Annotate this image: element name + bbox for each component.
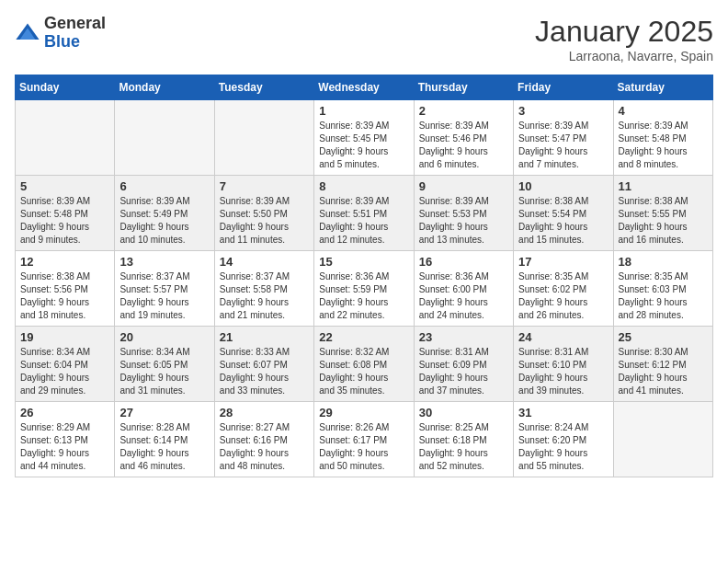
day-info: Sunrise: 8:27 AM Sunset: 6:16 PM Dayligh… xyxy=(220,421,309,473)
day-info: Sunrise: 8:33 AM Sunset: 6:07 PM Dayligh… xyxy=(220,346,309,397)
calendar-cell xyxy=(16,100,115,176)
calendar-cell: 1Sunrise: 8:39 AM Sunset: 5:45 PM Daylig… xyxy=(314,100,414,176)
logo: General Blue xyxy=(15,15,106,52)
day-info: Sunrise: 8:25 AM Sunset: 6:18 PM Dayligh… xyxy=(419,421,508,473)
day-number: 22 xyxy=(319,330,408,344)
calendar-cell: 29Sunrise: 8:26 AM Sunset: 6:17 PM Dayli… xyxy=(314,402,414,477)
calendar-cell: 13Sunrise: 8:37 AM Sunset: 5:57 PM Dayli… xyxy=(115,251,214,327)
day-info: Sunrise: 8:39 AM Sunset: 5:50 PM Dayligh… xyxy=(220,195,309,247)
day-number: 9 xyxy=(419,179,508,193)
day-number: 24 xyxy=(518,330,608,344)
day-number: 6 xyxy=(119,179,209,193)
calendar-cell: 24Sunrise: 8:31 AM Sunset: 6:10 PM Dayli… xyxy=(514,327,613,402)
day-info: Sunrise: 8:38 AM Sunset: 5:56 PM Dayligh… xyxy=(20,270,109,322)
calendar-cell: 19Sunrise: 8:34 AM Sunset: 6:04 PM Dayli… xyxy=(16,327,115,402)
day-info: Sunrise: 8:35 AM Sunset: 6:03 PM Dayligh… xyxy=(619,270,708,322)
calendar-cell: 31Sunrise: 8:24 AM Sunset: 6:20 PM Dayli… xyxy=(514,402,613,477)
calendar-cell xyxy=(613,402,712,477)
day-info: Sunrise: 8:39 AM Sunset: 5:53 PM Dayligh… xyxy=(419,195,508,247)
title-block: January 2025 Larraona, Navarre, Spain xyxy=(535,15,713,63)
calendar-cell: 8Sunrise: 8:39 AM Sunset: 5:51 PM Daylig… xyxy=(314,176,414,251)
day-info: Sunrise: 8:37 AM Sunset: 5:57 PM Dayligh… xyxy=(119,270,209,322)
day-info: Sunrise: 8:30 AM Sunset: 6:12 PM Dayligh… xyxy=(619,346,708,397)
calendar-cell xyxy=(115,100,214,176)
calendar-cell: 3Sunrise: 8:39 AM Sunset: 5:47 PM Daylig… xyxy=(514,100,613,176)
calendar-cell: 27Sunrise: 8:28 AM Sunset: 6:14 PM Dayli… xyxy=(115,402,214,477)
calendar-cell: 16Sunrise: 8:36 AM Sunset: 6:00 PM Dayli… xyxy=(414,251,513,327)
day-number: 15 xyxy=(319,255,408,269)
day-info: Sunrise: 8:29 AM Sunset: 6:13 PM Dayligh… xyxy=(20,421,109,473)
calendar-week-row: 19Sunrise: 8:34 AM Sunset: 6:04 PM Dayli… xyxy=(16,327,713,402)
day-info: Sunrise: 8:39 AM Sunset: 5:49 PM Dayligh… xyxy=(119,195,209,247)
day-info: Sunrise: 8:39 AM Sunset: 5:48 PM Dayligh… xyxy=(619,120,708,171)
calendar-cell: 25Sunrise: 8:30 AM Sunset: 6:12 PM Dayli… xyxy=(613,327,712,402)
day-info: Sunrise: 8:36 AM Sunset: 6:00 PM Dayligh… xyxy=(419,270,508,322)
day-number: 13 xyxy=(119,255,209,269)
location: Larraona, Navarre, Spain xyxy=(535,49,713,63)
weekday-header-thursday: Thursday xyxy=(414,75,513,100)
day-number: 25 xyxy=(619,330,708,344)
day-number: 20 xyxy=(119,330,209,344)
calendar-cell: 18Sunrise: 8:35 AM Sunset: 6:03 PM Dayli… xyxy=(613,251,712,327)
day-info: Sunrise: 8:39 AM Sunset: 5:48 PM Dayligh… xyxy=(20,195,109,247)
weekday-header-wednesday: Wednesday xyxy=(314,75,414,100)
day-number: 8 xyxy=(319,179,408,193)
weekday-header-friday: Friday xyxy=(514,75,613,100)
day-info: Sunrise: 8:39 AM Sunset: 5:45 PM Dayligh… xyxy=(319,120,408,171)
calendar-cell: 15Sunrise: 8:36 AM Sunset: 5:59 PM Dayli… xyxy=(314,251,414,327)
calendar-week-row: 26Sunrise: 8:29 AM Sunset: 6:13 PM Dayli… xyxy=(16,402,713,477)
calendar-week-row: 5Sunrise: 8:39 AM Sunset: 5:48 PM Daylig… xyxy=(16,176,713,251)
calendar-cell: 5Sunrise: 8:39 AM Sunset: 5:48 PM Daylig… xyxy=(16,176,115,251)
day-number: 14 xyxy=(220,255,309,269)
calendar-cell: 10Sunrise: 8:38 AM Sunset: 5:54 PM Dayli… xyxy=(514,176,613,251)
day-info: Sunrise: 8:31 AM Sunset: 6:09 PM Dayligh… xyxy=(419,346,508,397)
day-info: Sunrise: 8:31 AM Sunset: 6:10 PM Dayligh… xyxy=(518,346,608,397)
weekday-header-row: SundayMondayTuesdayWednesdayThursdayFrid… xyxy=(16,75,713,100)
weekday-header-saturday: Saturday xyxy=(613,75,712,100)
day-number: 21 xyxy=(220,330,309,344)
day-info: Sunrise: 8:35 AM Sunset: 6:02 PM Dayligh… xyxy=(518,270,608,322)
calendar-cell: 11Sunrise: 8:38 AM Sunset: 5:55 PM Dayli… xyxy=(613,176,712,251)
calendar-cell: 12Sunrise: 8:38 AM Sunset: 5:56 PM Dayli… xyxy=(16,251,115,327)
day-info: Sunrise: 8:39 AM Sunset: 5:47 PM Dayligh… xyxy=(518,120,608,171)
day-number: 3 xyxy=(518,104,608,118)
day-number: 29 xyxy=(319,406,408,419)
day-number: 26 xyxy=(20,406,109,419)
day-number: 30 xyxy=(419,406,508,419)
day-number: 17 xyxy=(518,255,608,269)
day-number: 4 xyxy=(619,104,708,118)
logo-icon xyxy=(15,20,40,46)
calendar-cell: 22Sunrise: 8:32 AM Sunset: 6:08 PM Dayli… xyxy=(314,327,414,402)
day-number: 5 xyxy=(20,179,109,193)
logo-text: General Blue xyxy=(44,15,106,52)
day-number: 11 xyxy=(619,179,708,193)
calendar-cell: 4Sunrise: 8:39 AM Sunset: 5:48 PM Daylig… xyxy=(613,100,712,176)
calendar-cell: 28Sunrise: 8:27 AM Sunset: 6:16 PM Dayli… xyxy=(214,402,313,477)
day-number: 18 xyxy=(619,255,708,269)
day-info: Sunrise: 8:37 AM Sunset: 5:58 PM Dayligh… xyxy=(220,270,309,322)
calendar-cell: 17Sunrise: 8:35 AM Sunset: 6:02 PM Dayli… xyxy=(514,251,613,327)
day-number: 2 xyxy=(419,104,508,118)
calendar-cell: 9Sunrise: 8:39 AM Sunset: 5:53 PM Daylig… xyxy=(414,176,513,251)
calendar-cell: 20Sunrise: 8:34 AM Sunset: 6:05 PM Dayli… xyxy=(115,327,214,402)
day-number: 16 xyxy=(419,255,508,269)
day-number: 7 xyxy=(220,179,309,193)
calendar-cell: 6Sunrise: 8:39 AM Sunset: 5:49 PM Daylig… xyxy=(115,176,214,251)
day-number: 23 xyxy=(419,330,508,344)
day-info: Sunrise: 8:38 AM Sunset: 5:55 PM Dayligh… xyxy=(619,195,708,247)
calendar-cell: 23Sunrise: 8:31 AM Sunset: 6:09 PM Dayli… xyxy=(414,327,513,402)
day-number: 27 xyxy=(119,406,209,419)
calendar-cell: 2Sunrise: 8:39 AM Sunset: 5:46 PM Daylig… xyxy=(414,100,513,176)
day-number: 10 xyxy=(518,179,608,193)
day-number: 1 xyxy=(319,104,408,118)
weekday-header-tuesday: Tuesday xyxy=(214,75,313,100)
month-title: January 2025 xyxy=(535,15,713,49)
calendar-table: SundayMondayTuesdayWednesdayThursdayFrid… xyxy=(15,75,713,477)
day-info: Sunrise: 8:34 AM Sunset: 6:04 PM Dayligh… xyxy=(20,346,109,397)
day-info: Sunrise: 8:26 AM Sunset: 6:17 PM Dayligh… xyxy=(319,421,408,473)
day-info: Sunrise: 8:24 AM Sunset: 6:20 PM Dayligh… xyxy=(518,421,608,473)
day-info: Sunrise: 8:32 AM Sunset: 6:08 PM Dayligh… xyxy=(319,346,408,397)
day-number: 31 xyxy=(518,406,608,419)
day-number: 12 xyxy=(20,255,109,269)
calendar-cell xyxy=(214,100,313,176)
